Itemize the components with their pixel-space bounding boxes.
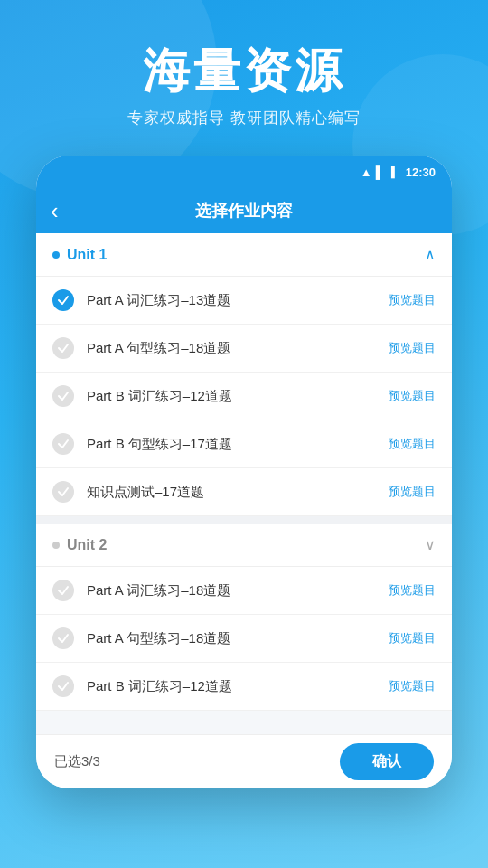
item-text-u1i3: Part B 词汇练习–12道题	[87, 388, 389, 405]
item-text-u1i1: Part A 词汇练习–13道题	[87, 292, 389, 309]
unit-2-label: Unit 2	[67, 537, 107, 553]
status-bar: ▲ ▌ ▐ 12:30	[36, 156, 452, 188]
item-text-u1i2: Part A 句型练习–18道题	[87, 340, 389, 357]
unit-1-item-1[interactable]: Part A 词汇练习–13道题 预览题目	[36, 277, 452, 325]
item-text-u2i3: Part B 词汇练习–12道题	[87, 678, 389, 695]
confirm-button[interactable]: 确认	[340, 743, 434, 780]
preview-btn-u2i1[interactable]: 预览题目	[389, 582, 436, 599]
unit-1-header[interactable]: Unit 1 ∧	[36, 233, 452, 277]
unit-2-item-1[interactable]: Part A 词汇练习–18道题 预览题目	[36, 567, 452, 615]
nav-bar: ‹ 选择作业内容	[36, 188, 452, 233]
unit-1-item-2[interactable]: Part A 句型练习–18道题 预览题目	[36, 325, 452, 373]
checkbox-u1i3[interactable]	[52, 385, 74, 407]
preview-btn-u2i2[interactable]: 预览题目	[389, 630, 436, 646]
unit-2-chevron-icon: ∨	[425, 536, 436, 553]
checkbox-u1i2[interactable]	[52, 337, 74, 359]
hero-subtitle: 专家权威指导 教研团队精心编写	[27, 108, 461, 128]
nav-title: 选择作业内容	[83, 200, 405, 222]
preview-btn-u2i3[interactable]: 预览题目	[389, 678, 436, 694]
hero-title: 海量资源	[27, 45, 461, 97]
unit-1-item-4[interactable]: Part B 句型练习–17道题 预览题目	[36, 420, 452, 468]
checkbox-u2i2[interactable]	[52, 627, 74, 649]
item-text-u1i4: Part B 句型练习–17道题	[87, 436, 389, 453]
item-text-u2i2: Part A 句型练习–18道题	[87, 630, 389, 647]
selected-count: 已选3/3	[54, 753, 100, 770]
checkbox-u1i1[interactable]	[52, 289, 74, 311]
phone-frame: ▲ ▌ ▐ 12:30 ‹ 选择作业内容 Unit 1 ∧	[36, 156, 452, 788]
checkbox-u2i3[interactable]	[52, 675, 74, 697]
unit-2-item-3[interactable]: Part B 词汇练习–12道题 预览题目	[36, 663, 452, 711]
item-text-u2i1: Part A 词汇练习–18道题	[87, 582, 389, 599]
checkbox-u2i1[interactable]	[52, 580, 74, 601]
unit-2-header-left: Unit 2	[52, 537, 107, 553]
preview-btn-u1i5[interactable]: 预览题目	[389, 484, 436, 500]
unit-1-chevron-icon: ∧	[425, 246, 436, 263]
preview-btn-u1i1[interactable]: 预览题目	[389, 292, 436, 308]
hero-section: 海量资源 专家权威指导 教研团队精心编写	[0, 0, 488, 156]
unit-2-item-2[interactable]: Part A 句型练习–18道题 预览题目	[36, 615, 452, 663]
wifi-icon: ▲	[361, 165, 372, 179]
checkbox-u1i5[interactable]	[52, 481, 74, 503]
unit-1-item-5[interactable]: 知识点测试–17道题 预览题目	[36, 468, 452, 516]
signal-icon: ▌	[376, 165, 384, 179]
unit-1-header-left: Unit 1	[52, 247, 107, 263]
unit-1-item-3[interactable]: Part B 词汇练习–12道题 预览题目	[36, 373, 452, 420]
section-gap	[36, 516, 452, 524]
back-button[interactable]: ‹	[51, 197, 83, 225]
signal-icons: ▲ ▌ ▐	[361, 165, 395, 179]
content-area[interactable]: Unit 1 ∧ Part A 词汇练习–13道题 预览题目 Part A 句型…	[36, 233, 452, 734]
status-time: 12:30	[406, 165, 436, 179]
preview-btn-u1i2[interactable]: 预览题目	[389, 340, 436, 356]
battery-icon: ▐	[388, 166, 395, 177]
item-text-u1i5: 知识点测试–17道题	[87, 484, 389, 501]
unit-1-label: Unit 1	[67, 247, 107, 263]
bottom-bar: 已选3/3 确认	[36, 734, 452, 788]
preview-btn-u1i4[interactable]: 预览题目	[389, 436, 436, 452]
back-icon: ‹	[51, 197, 59, 225]
preview-btn-u1i3[interactable]: 预览题目	[389, 388, 436, 404]
unit-1-dot	[52, 251, 60, 259]
checkbox-u1i4[interactable]	[52, 433, 74, 455]
unit-2-dot	[52, 542, 60, 549]
unit-2-header[interactable]: Unit 2 ∨	[36, 524, 452, 567]
